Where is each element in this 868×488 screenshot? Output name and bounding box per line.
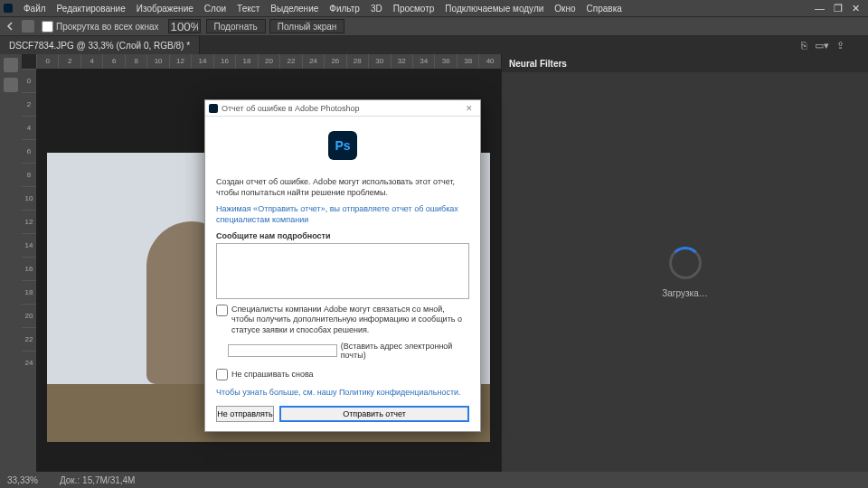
fullscreen-button[interactable]: Полный экран [269, 19, 345, 33]
ruler-tick: 8 [22, 163, 36, 186]
tool-hand[interactable] [4, 78, 18, 92]
ruler-tick: 32 [391, 54, 412, 69]
options-bar: Прокрутка во всех окнах Подогнать Полный… [0, 16, 868, 36]
panel-title: Neural Filters [502, 54, 868, 72]
status-doc-size[interactable]: Док.: 15,7М/31,4М [60, 475, 136, 485]
ruler-tick: 10 [22, 186, 36, 210]
ruler-tick: 12 [169, 54, 191, 69]
hand-tool-icon[interactable] [22, 20, 34, 33]
window-close-icon[interactable]: ✕ [847, 3, 864, 14]
menu-bar: Файл Редактирование Изображение Слои Тек… [0, 0, 868, 16]
ruler-tick: 18 [22, 280, 36, 304]
upload-icon[interactable]: ⇪ [836, 40, 844, 52]
contact-text: Специалисты компании Adobe могут связать… [231, 305, 469, 336]
email-input[interactable] [228, 344, 336, 357]
dont-ask-label: Не спрашивать снова [231, 370, 314, 379]
ruler-tick: 30 [368, 54, 390, 69]
app-icon [4, 4, 13, 13]
menu-view[interactable]: Просмотр [388, 4, 440, 14]
ruler-tick: 22 [22, 327, 36, 351]
menu-text[interactable]: Текст [231, 4, 265, 14]
scroll-all-label: Прокрутка во всех окнах [56, 22, 159, 32]
dialog-close-icon[interactable]: ✕ [462, 104, 476, 113]
ruler-tick: 24 [22, 351, 36, 374]
crash-report-dialog: Отчет об ошибке в Adobe Photoshop ✕ Ps С… [204, 99, 481, 432]
ruler-tick: 6 [102, 54, 124, 69]
ruler-tick: 20 [22, 304, 36, 327]
privacy-policy-link[interactable]: Чтобы узнать больше, см. нашу Политику к… [216, 388, 469, 397]
menu-select[interactable]: Выделение [265, 4, 324, 14]
status-bar: 33,33% Док.: 15,7М/31,4М [0, 472, 868, 488]
ruler-tick: 26 [324, 54, 345, 69]
dialog-title: Отчет об ошибке в Adobe Photoshop [222, 104, 360, 113]
ruler-tick: 28 [346, 54, 368, 69]
details-textarea[interactable] [216, 243, 469, 299]
toolbox [0, 54, 22, 472]
menu-3d[interactable]: 3D [365, 4, 388, 14]
ruler-tick: 16 [22, 257, 36, 280]
ruler-vertical: 024681012141618202224 [22, 69, 36, 472]
details-label: Сообщите нам подробности [216, 231, 469, 240]
contact-checkbox[interactable] [216, 305, 228, 316]
scroll-all-input[interactable] [42, 21, 53, 33]
dialog-paragraph-1: Создан отчет об ошибке. Adobe могут испо… [216, 176, 469, 198]
menu-help[interactable]: Справка [581, 4, 627, 14]
arrange-icon[interactable]: ▭▾ [815, 40, 829, 52]
ruler-tick: 0 [36, 54, 58, 69]
spinner-icon [669, 247, 702, 279]
ruler-tick: 2 [22, 92, 36, 116]
window-restore-icon[interactable]: ❐ [829, 3, 847, 14]
ruler-tick: 34 [412, 54, 434, 69]
fit-button[interactable]: Подогнать [206, 19, 266, 33]
share-icon[interactable]: ⎘ [801, 40, 807, 52]
zoom-input[interactable] [168, 19, 201, 33]
dont-ask-checkbox[interactable] [216, 369, 228, 380]
ps-large-icon: Ps [328, 131, 357, 160]
ruler-tick: 14 [191, 54, 212, 69]
ruler-tick: 40 [478, 54, 500, 69]
share-controls: ⎘ ▭▾ ⇪ [801, 40, 868, 52]
send-report-button[interactable]: Отправить отчет [279, 406, 469, 422]
ruler-tick: 2 [58, 54, 80, 69]
menu-window[interactable]: Окно [549, 4, 580, 14]
ruler-tick: 18 [235, 54, 257, 69]
ruler-tick: 16 [213, 54, 235, 69]
ruler-tick: 6 [22, 139, 36, 163]
ruler-tick: 4 [22, 116, 36, 139]
scroll-all-checkbox[interactable]: Прокрутка во всех окнах [42, 21, 159, 33]
back-icon[interactable] [4, 20, 16, 33]
tool-move[interactable] [4, 58, 18, 72]
ruler-tick: 24 [302, 54, 324, 69]
window-minimize-icon[interactable]: — [810, 3, 829, 14]
ps-mini-icon [209, 104, 218, 113]
menu-layers[interactable]: Слои [199, 4, 231, 14]
ruler-tick: 10 [146, 54, 168, 69]
ruler-tick: 4 [80, 54, 102, 69]
document-tab[interactable]: DSCF7834.JPG @ 33,3% (Слой 0, RGB/8) * [0, 36, 200, 54]
neural-filters-panel: Neural Filters Загрузка… [501, 54, 868, 472]
document-tab-bar: DSCF7834.JPG @ 33,3% (Слой 0, RGB/8) * ⎘… [0, 36, 868, 54]
dialog-titlebar[interactable]: Отчет об ошибке в Adobe Photoshop ✕ [205, 100, 480, 117]
ruler-tick: 22 [279, 54, 301, 69]
ruler-tick: 36 [434, 54, 456, 69]
ruler-tick: 20 [258, 54, 279, 69]
ruler-tick: 8 [125, 54, 146, 69]
menu-edit[interactable]: Редактирование [52, 4, 131, 14]
ruler-tick: 12 [22, 210, 36, 233]
menu-plugins[interactable]: Подключаемые модули [439, 4, 549, 14]
status-zoom[interactable]: 33,33% [7, 475, 38, 485]
menu-image[interactable]: Изображение [131, 4, 199, 14]
loading-text: Загрузка… [662, 288, 707, 298]
ruler-tick: 38 [457, 54, 478, 69]
menu-file[interactable]: Файл [18, 4, 52, 14]
dialog-paragraph-2[interactable]: Нажимая «Отправить отчет», вы отправляет… [216, 203, 469, 225]
ruler-tick: 14 [22, 233, 36, 257]
menu-filter[interactable]: Фильтр [324, 4, 365, 14]
dont-send-button[interactable]: Не отправлять [216, 406, 274, 422]
ruler-tick: 0 [22, 69, 36, 92]
email-hint: (Вставить адрес электронной почты) [341, 342, 469, 360]
ruler-horizontal: 0246810121416182022242628303234363840 [36, 54, 501, 69]
